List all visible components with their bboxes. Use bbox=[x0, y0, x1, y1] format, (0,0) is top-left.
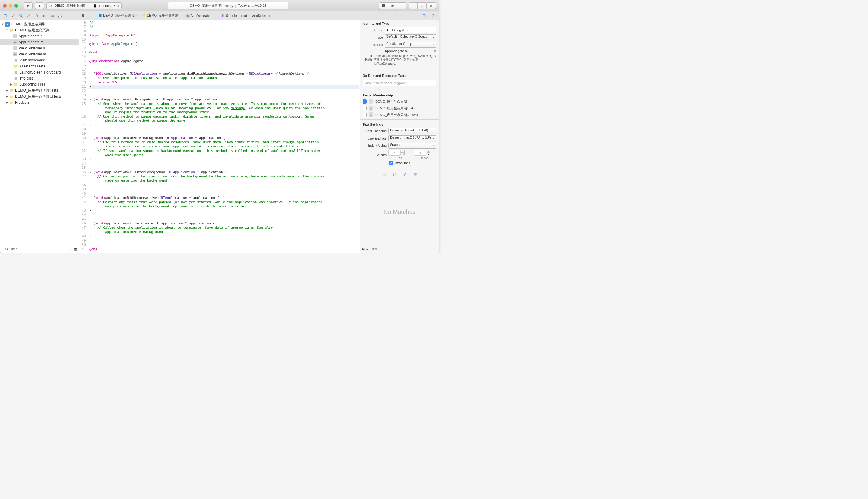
recent-filter-button[interactable]: ◷ bbox=[69, 247, 72, 251]
project-navigator-tab[interactable]: ▢ bbox=[2, 13, 9, 19]
folder-icon: 📁 bbox=[13, 82, 18, 87]
minimize-window-button[interactable] bbox=[9, 4, 12, 8]
identity-section-title: Identity and Type bbox=[360, 20, 439, 26]
jump-symbol[interactable]: ▣ @implementation AppDelegate bbox=[219, 13, 272, 19]
tree-supporting-group[interactable]: ▶ 📁 Supporting Files bbox=[0, 81, 79, 87]
tree-products-group[interactable]: ▶ 📁 Products bbox=[0, 99, 79, 106]
source-editor[interactable]: 6789101112131415161718192021222324252627… bbox=[79, 20, 360, 253]
device-icon: 📱 bbox=[93, 4, 97, 8]
wrap-lines-checkbox[interactable]: ✓ bbox=[389, 161, 393, 165]
find-navigator-tab[interactable]: 🔍 bbox=[17, 13, 24, 19]
filter-icon: ⊙ bbox=[366, 247, 369, 251]
target-checkbox[interactable]: ✓ bbox=[363, 99, 367, 104]
indent-width-stepper[interactable] bbox=[414, 150, 426, 156]
line-number-gutter[interactable]: 6789101112131415161718192021222324252627… bbox=[79, 20, 88, 253]
library-filter-input[interactable] bbox=[370, 247, 437, 251]
plist-file-icon: ▤ bbox=[13, 76, 18, 81]
folder-icon: 📁 bbox=[142, 14, 146, 18]
target-membership-row[interactable]: ▭DEMO_应用生命周期Tests bbox=[360, 105, 439, 111]
location-select[interactable]: Relative to Group bbox=[385, 41, 437, 48]
scheme-device-name: iPhone 7 Plus bbox=[99, 4, 119, 8]
assistant-editor-button[interactable]: ◉ bbox=[388, 2, 397, 9]
close-window-button[interactable] bbox=[3, 4, 7, 8]
file-inspector-tab[interactable]: ▢ bbox=[421, 13, 427, 19]
related-items-button[interactable]: ⊞ bbox=[80, 13, 85, 18]
breakpoint-navigator-tab[interactable]: ▭ bbox=[49, 13, 56, 19]
tree-file-item[interactable]: mAppDelegate.m bbox=[0, 39, 79, 45]
stepper-up[interactable]: ▴ bbox=[401, 150, 405, 153]
back-button[interactable]: 〈 bbox=[85, 13, 91, 19]
toggle-debug-button[interactable]: ▭ bbox=[418, 2, 427, 9]
full-path-value: /Users/charles/Desktop/DEMO_OC/DEMO_应用生命… bbox=[374, 54, 432, 66]
toggle-navigator-button[interactable]: ▯ bbox=[409, 2, 418, 9]
stop-button[interactable]: ■ bbox=[35, 2, 44, 9]
reveal-in-finder-button[interactable]: ➜ bbox=[434, 54, 437, 58]
resource-tags-input[interactable]: Only resources are taggable bbox=[363, 80, 437, 86]
zoom-window-button[interactable] bbox=[14, 4, 18, 8]
folder-icon: 📁 bbox=[9, 28, 14, 33]
file-name-input[interactable] bbox=[385, 27, 437, 33]
text-section-title: Text Settings bbox=[360, 121, 439, 127]
version-editor-button[interactable]: ↔ bbox=[397, 2, 406, 9]
jump-bar[interactable]: ⊞ 〈 〉 📘 DEMO_应用生命周期 〉 📁 DEMO_应用生命周期 〉 m … bbox=[79, 11, 360, 20]
tab-width-stepper[interactable] bbox=[389, 150, 401, 156]
text-encoding-select[interactable]: Default - Unicode (UTF-8) bbox=[389, 128, 437, 134]
tree-file-item[interactable]: ▤Main.storyboard bbox=[0, 57, 79, 63]
run-button[interactable]: ▶ bbox=[24, 2, 33, 9]
issue-navigator-tab[interactable]: ⚠ bbox=[25, 13, 32, 19]
scm-filter-button[interactable]: ▦ bbox=[74, 247, 77, 251]
forward-button[interactable]: 〉 bbox=[91, 13, 97, 19]
sb-file-icon: ▤ bbox=[13, 58, 18, 63]
target-checkbox[interactable] bbox=[363, 113, 367, 117]
quick-help-tab[interactable]: ? bbox=[430, 13, 436, 19]
test-navigator-tab[interactable]: ◇ bbox=[33, 13, 40, 19]
target-checkbox[interactable] bbox=[363, 106, 367, 110]
report-navigator-tab[interactable]: 💬 bbox=[57, 13, 63, 19]
jump-folder[interactable]: 📁 DEMO_应用生命周期 bbox=[140, 13, 180, 19]
tree-file-item[interactable]: mViewController.m bbox=[0, 51, 79, 57]
tree-uitests-group[interactable]: ▶ 📁 DEMO_应用生命周期UITests bbox=[0, 94, 79, 99]
tree-tests-group[interactable]: ▶ 📁 DEMO_应用生命周期Tests bbox=[0, 87, 79, 94]
tree-file-item[interactable]: hAppDelegate.h bbox=[0, 33, 79, 39]
toolbar: ▶ ■ 🔺 DEMO_应用生命周期 〉 📱 iPhone 7 Plus DEMO… bbox=[0, 0, 439, 11]
navigator-filter-input[interactable] bbox=[9, 247, 68, 251]
tree-file-item[interactable]: ▤Info.plist bbox=[0, 75, 79, 81]
no-matches-label: No Matches bbox=[360, 179, 439, 245]
code-area[interactable]: //// #import "AppDelegate.h" @interface … bbox=[88, 20, 360, 253]
navigator-selector: ▢ ⎇ 🔍 ⚠ ◇ ▸ ▭ 💬 bbox=[0, 11, 79, 20]
file-template-library-tab[interactable]: ▢ bbox=[381, 171, 387, 177]
debug-navigator-tab[interactable]: ▸ bbox=[41, 13, 48, 19]
media-library-tab[interactable]: ▦ bbox=[412, 171, 418, 177]
target-membership-row[interactable]: ✓▲DEMO_应用生命周期 bbox=[360, 98, 439, 105]
source-control-navigator-tab[interactable]: ⎇ bbox=[10, 13, 16, 19]
jump-project[interactable]: 📘 DEMO_应用生命周期 bbox=[97, 13, 136, 19]
file-type-select[interactable]: Default - Objective-C Sou… bbox=[385, 34, 437, 40]
project-icon: 📘 bbox=[98, 14, 102, 18]
m-file-icon: m bbox=[185, 14, 190, 18]
inspector-tabs: ▢ ? bbox=[360, 11, 439, 20]
stepper-up[interactable]: ▴ bbox=[427, 150, 430, 153]
tree-file-item[interactable]: ▤LaunchScreen.storyboard bbox=[0, 69, 79, 75]
grid-view-button[interactable]: ⊞ bbox=[362, 247, 365, 251]
add-button[interactable]: + bbox=[2, 247, 4, 251]
stepper-down[interactable]: ▾ bbox=[427, 153, 430, 156]
stepper-down[interactable]: ▾ bbox=[401, 153, 405, 156]
indent-using-select[interactable]: Spaces bbox=[389, 143, 437, 148]
target-membership-row[interactable]: ▭DEMO_应用生命周期UITests bbox=[360, 111, 439, 118]
tree-file-item[interactable]: hViewController.h bbox=[0, 45, 79, 51]
code-snippet-library-tab[interactable]: { } bbox=[391, 171, 398, 177]
jump-bar-row: ▢ ⎇ 🔍 ⚠ ◇ ▸ ▭ 💬 ⊞ 〈 〉 📘 DEMO_应用生命周期 〉 📁 … bbox=[0, 11, 439, 20]
line-endings-select[interactable]: Default - macOS / Unix (LF) bbox=[389, 135, 437, 141]
choose-location-button[interactable]: ▭ bbox=[433, 49, 437, 53]
tree-file-item[interactable]: 📁Assets.xcassets bbox=[0, 63, 79, 69]
standard-editor-button[interactable]: ☰ bbox=[379, 2, 388, 9]
object-library-tab[interactable]: ◎ bbox=[402, 171, 408, 177]
toggle-inspector-button[interactable]: ▯ bbox=[427, 2, 436, 9]
tree-project-root[interactable]: ▼ ▲ DEMO_应用生命周期 bbox=[0, 21, 79, 27]
jump-file[interactable]: m AppDelegate.m bbox=[184, 13, 215, 19]
scheme-selector[interactable]: 🔺 DEMO_应用生命周期 〉 📱 iPhone 7 Plus bbox=[46, 2, 122, 9]
file-tree[interactable]: ▼ ▲ DEMO_应用生命周期 ▼ 📁 DEMO_应用生命周期 hAppDele… bbox=[0, 20, 79, 245]
target-icon: ▭ bbox=[369, 106, 374, 111]
tree-group[interactable]: ▼ 📁 DEMO_应用生命周期 bbox=[0, 27, 79, 33]
activity-time: Today at 上午10:02 bbox=[238, 3, 266, 8]
